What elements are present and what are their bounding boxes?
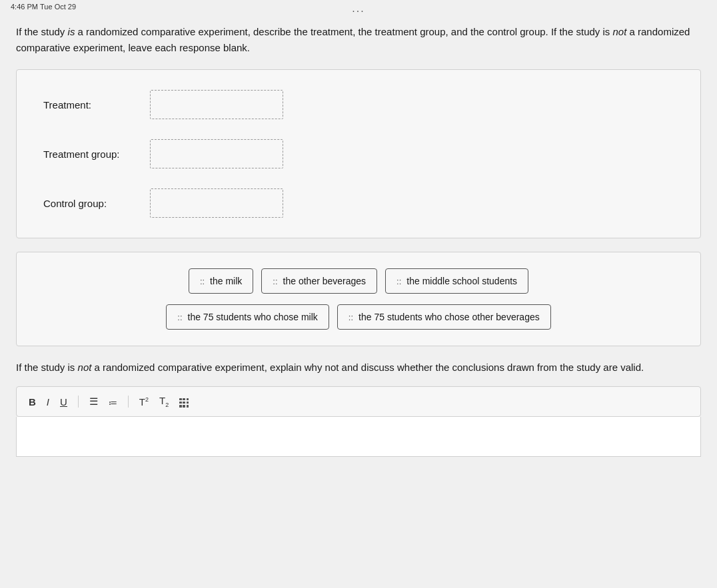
italic-icon: I xyxy=(47,396,49,408)
drag-option-75-milk[interactable]: :: the 75 students who chose milk xyxy=(166,304,329,330)
subscript-button[interactable]: T2 xyxy=(157,394,171,410)
drag-options-row-1: :: the milk :: the other beverages :: th… xyxy=(43,268,674,294)
treatment-input-box[interactable] xyxy=(150,90,283,119)
toolbar-divider-2 xyxy=(128,396,129,408)
grid-icon xyxy=(179,398,189,408)
control-group-row: Control group: xyxy=(43,188,674,218)
drag-option-milk[interactable]: :: the milk xyxy=(189,268,253,294)
drag-option-75other-label: the 75 students who chose other beverage… xyxy=(358,312,540,322)
grid-button[interactable] xyxy=(177,394,191,408)
drag-option-middle-label: the middle school students xyxy=(406,276,517,286)
numbered-list-icon: ≔ xyxy=(109,398,117,408)
question-part1: If the study is a randomized comparative… xyxy=(16,24,701,56)
drag-handle-icon-other: :: xyxy=(273,277,277,286)
drag-option-other-label: the other beverages xyxy=(283,276,366,286)
bold-button[interactable]: B xyxy=(26,395,39,409)
drag-option-milk-label: the milk xyxy=(210,276,242,286)
superscript-button[interactable]: T2 xyxy=(137,395,151,409)
drag-handle-icon-middle: :: xyxy=(396,277,401,286)
question-part2: If the study is not a randomized compara… xyxy=(0,360,717,376)
drag-option-75-other[interactable]: :: the 75 students who chose other bever… xyxy=(337,304,551,330)
status-date: Tue Oct 29 xyxy=(40,3,76,11)
control-group-input-box[interactable] xyxy=(150,188,283,218)
treatment-row: Treatment: xyxy=(43,90,674,119)
treatment-label: Treatment: xyxy=(43,99,150,111)
editor-area[interactable] xyxy=(16,417,701,457)
treatment-group-label: Treatment group: xyxy=(43,148,150,160)
status-time: 4:46 PM xyxy=(11,3,38,11)
treatment-group-input-box[interactable] xyxy=(150,139,283,168)
drag-handle-icon-75other: :: xyxy=(349,313,353,322)
drag-option-75milk-label: the 75 students who chose milk xyxy=(188,312,318,322)
drag-handle-icon-milk: :: xyxy=(200,277,205,286)
drag-options-row-2: :: the 75 students who chose milk :: the… xyxy=(43,304,674,330)
treatment-group-row: Treatment group: xyxy=(43,139,674,168)
bullet-list-button[interactable]: ☰ xyxy=(87,394,101,409)
form-section: Treatment: Treatment group: Control grou… xyxy=(16,69,701,238)
main-content: If the study is a randomized comparative… xyxy=(0,13,717,346)
editor-toolbar: B I U ☰ ≔ T2 T2 xyxy=(16,386,701,417)
drag-option-other-beverages[interactable]: :: the other beverages xyxy=(261,268,377,294)
italic-button[interactable]: I xyxy=(44,395,52,409)
dots-menu[interactable]: ... xyxy=(352,3,364,15)
underline-icon: U xyxy=(60,396,67,408)
toolbar-divider-1 xyxy=(78,396,79,408)
drag-options-section: :: the milk :: the other beverages :: th… xyxy=(16,252,701,346)
underline-button[interactable]: U xyxy=(57,395,70,409)
drag-handle-icon-75milk: :: xyxy=(177,313,182,322)
control-group-label: Control group: xyxy=(43,198,150,209)
numbered-list-button[interactable]: ≔ xyxy=(106,395,120,409)
drag-option-middle-school[interactable]: :: the middle school students xyxy=(385,268,528,294)
